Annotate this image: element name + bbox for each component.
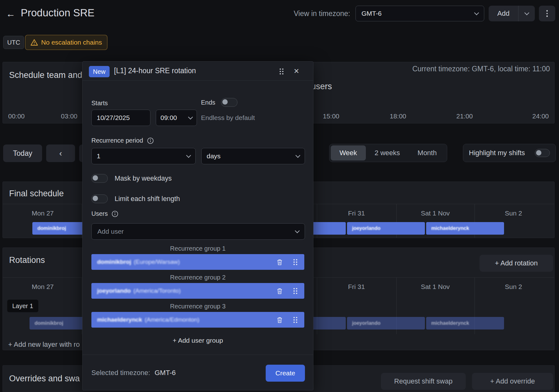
tab-month[interactable]: Month (409, 145, 446, 161)
no-escalation-chains-badge[interactable]: No escalation chains (25, 35, 107, 50)
timezone-select-value: GMT-6 (361, 10, 382, 17)
close-icon[interactable]: ✕ (292, 67, 301, 76)
trash-icon[interactable] (275, 315, 284, 324)
modal-header: New [L1] 24-hour SRE rotation ✕ (83, 62, 313, 81)
add-split-button: Add (489, 6, 535, 21)
trash-icon[interactable] (275, 257, 284, 267)
back-icon[interactable]: ← (4, 8, 17, 20)
info-icon[interactable] (147, 137, 154, 144)
users-label: Users (91, 210, 108, 217)
day-header-sun-2: Sun 2 (482, 210, 545, 217)
layer-badge: Layer 1 (7, 300, 38, 312)
trash-icon[interactable] (275, 286, 284, 296)
request-shift-swap-button[interactable]: Request shift swap (381, 373, 466, 390)
current-timezone-text: Current timezone: GMT-6, local time: 11:… (412, 65, 550, 73)
tab-2-weeks[interactable]: 2 weeks (366, 145, 409, 161)
overrides-title: Overrides and swa (9, 374, 80, 384)
time-tick-0300: 03:00 (61, 112, 78, 120)
kebab-menu-button[interactable] (539, 6, 555, 21)
selected-timezone-label: Selected timezone: (91, 369, 150, 377)
user-group-bar-dominikbroj[interactable]: dominikbroj (Europe/Warsaw) (91, 254, 304, 270)
timezone-view-label: View in timezone: (284, 9, 350, 18)
day-header-fri-31: Fri 31 (325, 210, 388, 217)
users-label-row: Users (91, 210, 304, 217)
warning-badge-label: No escalation chains (41, 39, 102, 46)
shift-bar-michaelderynck-dim[interactable]: michaelderynck (426, 317, 504, 329)
prev-button[interactable]: ‹ (46, 144, 75, 162)
mask-by-weekdays-row: Mask by weekdays (91, 174, 304, 183)
chevron-left-icon: ‹ (59, 149, 62, 158)
selected-timezone-value: GMT-6 (155, 369, 176, 377)
recurrence-group-3-label: Recurrence group 3 (91, 303, 304, 310)
shift-bar-label: joeyorlando (352, 320, 381, 326)
time-tick-2400: 24:00 (532, 112, 549, 120)
utc-badge: UTC (3, 36, 24, 49)
rotation-modal: New [L1] 24-hour SRE rotation ✕ Starts E… (82, 61, 313, 390)
modal-title: [L1] 24-hour SRE rotation (114, 67, 196, 75)
recurrence-period-label: Recurrence period (91, 137, 143, 144)
user-group-name: michaelderynck (97, 316, 142, 323)
highlight-my-shifts-label: Highlight my shifts (469, 149, 525, 157)
drag-handle-icon[interactable] (292, 258, 299, 266)
highlight-my-shifts-control: Highlight my shifts (463, 144, 556, 162)
add-user-select[interactable]: Add user (91, 223, 305, 240)
recurrence-group-2-label: Recurrence group 2 (91, 274, 304, 281)
create-button[interactable]: Create (266, 365, 305, 382)
final-schedule-title: Final schedule (9, 189, 64, 199)
user-group-bar-joeyorlando[interactable]: joeyorlando (America/Toronto) (91, 283, 304, 299)
day-header-sat-1-nov: Sat 1 Nov (404, 283, 467, 291)
new-badge: New (89, 66, 110, 77)
endless-hint: Endless by default (201, 114, 255, 122)
add-override-button[interactable]: + Add override (472, 373, 553, 390)
add-user-group-link[interactable]: + Add user group (91, 337, 304, 344)
ends-row: Ends (201, 98, 304, 107)
rotations-title: Rotations (9, 255, 45, 265)
page-header: ← Production SRE View in timezone: GMT-6… (0, 0, 559, 30)
recurrence-unit-select[interactable]: days (201, 148, 305, 164)
user-group-bar-michaelderynck[interactable]: michaelderynck (America/Edmonton) (91, 312, 304, 328)
chevron-down-icon (295, 228, 300, 233)
shift-bar-michaelderynck[interactable]: michaelderynck (426, 222, 504, 235)
timezone-select[interactable]: GMT-6 (355, 6, 484, 21)
tab-week[interactable]: Week (331, 145, 366, 161)
drag-handle-icon[interactable] (292, 316, 299, 324)
add-dropdown-button[interactable] (518, 6, 535, 21)
info-icon[interactable] (111, 210, 118, 217)
recurrence-group-1-label: Recurrence group 1 (91, 245, 304, 252)
start-date-input[interactable]: 10/27/2025 (91, 110, 150, 126)
today-button[interactable]: Today (3, 144, 42, 162)
add-rotation-button[interactable]: + Add rotation (480, 255, 553, 272)
warning-icon (30, 39, 38, 46)
page-title: Production SRE (21, 7, 95, 19)
limit-shift-length-row: Limit each shift length (91, 194, 304, 203)
chevron-down-icon (524, 10, 529, 15)
shift-bar-label: michaelderynck (431, 226, 469, 231)
recurrence-value-select[interactable]: 1 (91, 148, 196, 164)
drag-handle-icon[interactable] (277, 67, 285, 75)
add-new-layer-link[interactable]: + Add new layer with ro (8, 340, 80, 349)
highlight-my-shifts-toggle[interactable] (535, 149, 550, 157)
recurrence-label-row: Recurrence period (91, 137, 304, 144)
overview-heading-left: Schedule team and (9, 70, 82, 80)
time-tick-0000: 00:00 (8, 112, 25, 120)
day-header-sat-1-nov: Sat 1 Nov (404, 210, 467, 217)
user-group-timezone: (America/Toronto) (133, 287, 181, 294)
mask-by-weekdays-toggle[interactable] (91, 174, 108, 183)
day-header-fri-31: Fri 31 (325, 283, 388, 291)
view-range-segmented-control: Week 2 weeks Month (329, 144, 447, 162)
drag-handle-icon[interactable] (292, 287, 299, 295)
start-time-select[interactable]: 09:00 (156, 110, 197, 126)
add-button[interactable]: Add (489, 6, 518, 21)
add-user-placeholder: Add user (97, 228, 124, 235)
kebab-icon (546, 10, 548, 17)
user-group-name: joeyorlando (97, 287, 131, 294)
day-header-mon-27: Mon 27 (22, 283, 63, 291)
divider (83, 355, 313, 355)
shift-bar-label: joeyorlando (352, 226, 381, 231)
day-header-sun-2: Sun 2 (482, 283, 545, 291)
shift-bar-joeyorlando-dim[interactable]: joeyorlando (347, 317, 425, 329)
limit-shift-length-toggle[interactable] (91, 194, 108, 203)
ends-toggle[interactable] (221, 98, 237, 107)
user-group-timezone: (America/Edmonton) (145, 316, 199, 323)
shift-bar-joeyorlando[interactable]: joeyorlando (347, 222, 425, 235)
